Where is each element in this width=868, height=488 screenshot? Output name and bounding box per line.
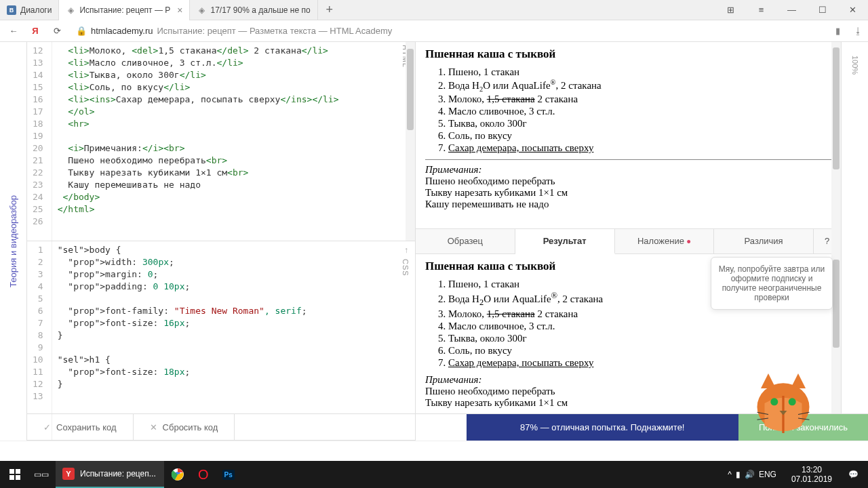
url-path: Испытание: рецепт — Разметка текста — HT… [157, 26, 393, 36]
start-button[interactable] [3, 461, 27, 488]
zoom-label: 100% [851, 56, 859, 75]
minimize-button[interactable]: — [776, 0, 807, 20]
new-tab-button[interactable]: + [318, 3, 342, 17]
url-domain: htmlacademy.ru [91, 26, 153, 36]
browser-tab-dialogs[interactable]: B Диалоги [0, 0, 59, 20]
x-icon: ✕ [150, 422, 157, 432]
check-icon: ✓ [43, 422, 51, 432]
code-content[interactable]: <li>Молоко, <del>1,5 стакана</del> 2 ста… [52, 42, 415, 241]
notifications-button[interactable]: 💬 [842, 461, 865, 488]
mascot-tooltip: Мяу, попробуйте завтра или оформите подп… [711, 257, 833, 310]
yandex-icon: Y [62, 468, 75, 480]
chrome-icon [171, 468, 184, 481]
taskview-button[interactable]: ▭▭ [27, 461, 56, 488]
lock-icon: 🔒 [76, 26, 87, 36]
network-icon[interactable]: ▮ [736, 470, 741, 479]
preview-reference: Пшенная каша с тыквой Пшено, 1 стаканВод… [416, 42, 841, 228]
list-item: Молоко, 1,5 стакана 2 стакана [448, 308, 831, 320]
list-item: Масло сливочное, 3 ст.л. [448, 321, 831, 332]
svg-rect-4 [16, 469, 20, 474]
windows-taskbar: ▭▭ Y Испытание: рецеп... O Ps ^ ▮ 🔊 ENG … [0, 461, 868, 488]
tab-label: Испытание: рецепт — Р [79, 5, 170, 15]
photoshop-icon: Ps [222, 470, 235, 480]
taskbar-app-opera[interactable]: O [191, 461, 216, 488]
tab-result[interactable]: Результат [515, 229, 615, 254]
code-content[interactable]: "sel">body { "prop">width: 300px; "prop"… [52, 241, 415, 440]
preview-tabs: Образец Результат Наложение • Различия ? [416, 228, 841, 254]
css-editor[interactable]: ↑ CSS 12345678910111213 "sel">body { "pr… [27, 241, 415, 441]
vk-icon: B [7, 5, 16, 15]
preview-column: Пшенная каша с тыквой Пшено, 1 стаканВод… [415, 42, 841, 441]
divider [425, 159, 831, 160]
save-button[interactable]: ✓ Сохранить код [27, 414, 134, 441]
browser-tab-progress[interactable]: ◈ 17/17 90% а дальше не по [190, 0, 317, 20]
language-indicator[interactable]: ENG [759, 470, 776, 479]
settings-icon[interactable]: ⊞ [715, 0, 746, 20]
score-banner: 87% — отличная попытка. Поднажмите! [467, 414, 738, 441]
line-gutter: 121314151617181920212223242526 [27, 42, 52, 241]
list-item: Соль, по вкусу [448, 345, 831, 357]
window-controls: ⊞ ≡ — ☐ ✕ [715, 0, 868, 20]
maximize-button[interactable]: ☐ [807, 0, 837, 20]
tab-diff[interactable]: Различия [714, 229, 814, 253]
status-footer [0, 441, 868, 461]
volume-icon[interactable]: 🔊 [745, 470, 755, 479]
download-icon[interactable]: ⭳ [854, 26, 863, 36]
bookmark-icon[interactable]: ▮ [835, 26, 840, 36]
editor-column: HTML 121314151617181920212223242526 <li>… [27, 42, 415, 441]
close-button[interactable]: ✕ [837, 0, 868, 20]
taskbar-clock[interactable]: 13:20 07.01.2019 [785, 465, 839, 484]
svg-rect-6 [16, 475, 20, 480]
collapse-arrow-icon[interactable]: ↑ [404, 245, 408, 255]
notes-heading: Примечания: [425, 164, 831, 176]
system-tray[interactable]: ^ ▮ 🔊 ENG [722, 470, 782, 479]
chevron-up-icon[interactable]: ^ [728, 470, 732, 479]
menu-icon[interactable]: ≡ [746, 0, 776, 20]
app-main: Теория и видеоразбор HTML 12131415161718… [0, 42, 868, 441]
left-rail-label: Теория и видеоразбор [8, 195, 18, 287]
yandex-button[interactable]: Я [27, 23, 43, 39]
list-item: Пшено, 1 стакан [448, 66, 831, 78]
pane-label-css: CSS [401, 259, 410, 277]
taskbar-app-chrome[interactable] [164, 461, 191, 488]
scrollbar[interactable] [831, 254, 841, 441]
list-item: Вода H2O или AquaLife®, 2 стакана [448, 79, 831, 93]
left-rail[interactable]: Теория и видеоразбор [0, 42, 27, 441]
taskbar-app-photoshop[interactable]: Ps [216, 461, 241, 488]
preview-result: Пшенная каша с тыквой Пшено, 1 стаканВод… [416, 254, 841, 441]
address-bar: ← Я ⟳ 🔒 htmlacademy.ru Испытание: рецепт… [0, 20, 868, 42]
tab-overlay[interactable]: Наложение • [615, 229, 715, 253]
notes-body: Пшено необходимо перебратьТыкву нарезать… [425, 176, 831, 210]
svg-rect-3 [9, 469, 14, 474]
reset-button[interactable]: ✕ Сбросить код [134, 414, 235, 441]
html-editor[interactable]: HTML 121314151617181920212223242526 <li>… [27, 42, 415, 241]
url-field[interactable]: 🔒 htmlacademy.ru Испытание: рецепт — Раз… [71, 26, 830, 36]
list-item: Тыква, около 300г [448, 333, 831, 344]
list-item: Молоко, 1,5 стакана 2 стакана [448, 94, 831, 105]
bottom-bar: ✓ Сохранить код ✕ Сбросить код 87% — отл… [27, 413, 868, 441]
tab-label: Диалоги [20, 5, 52, 15]
tab-sample[interactable]: Образец [416, 229, 515, 253]
list-item: Соль, по вкусу [448, 130, 831, 142]
ingredient-list: Пшено, 1 стаканВода H2O или AquaLife®, 2… [425, 66, 831, 154]
svg-point-2 [789, 398, 796, 405]
browser-tab-challenge[interactable]: ◈ Испытание: рецепт — Р × [59, 0, 190, 20]
svg-rect-5 [9, 475, 14, 480]
recipe-title: Пшенная каша с тыквой [425, 47, 831, 61]
list-item: Тыква, около 300г [448, 118, 831, 129]
opera-icon: O [198, 467, 209, 483]
tab-label: 17/17 90% а дальше не по [210, 5, 310, 15]
close-icon[interactable]: × [177, 5, 182, 16]
list-item: Сахар демерара, посыпать сверху [448, 142, 831, 154]
right-rail[interactable]: 100% [841, 42, 868, 441]
shield-icon: ◈ [66, 5, 75, 15]
shield-icon: ◈ [197, 5, 206, 15]
reload-button[interactable]: ⟳ [49, 23, 65, 39]
scrollbar[interactable] [831, 42, 841, 228]
back-button[interactable]: ← [5, 23, 22, 39]
scrollbar[interactable] [406, 42, 415, 241]
svg-point-1 [770, 398, 778, 405]
taskbar-app-yandex[interactable]: Y Испытание: рецеп... [56, 461, 164, 488]
line-gutter: 12345678910111213 [27, 241, 52, 440]
list-item: Масло сливочное, 3 ст.л. [448, 106, 831, 117]
